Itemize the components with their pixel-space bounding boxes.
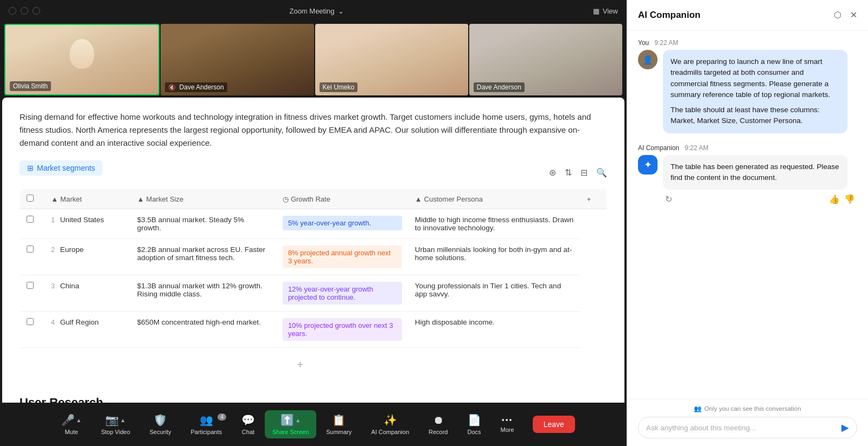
ai-message-bubble: The table has been generated as requeste…	[663, 155, 847, 190]
toolbar-item-participants[interactable]: 👥 4 Participants	[181, 413, 232, 435]
record-label: Record	[429, 429, 448, 435]
view-label: View	[603, 7, 618, 15]
market-table: ▲ Market ▲ Market Size ◷ Growth Ra	[20, 189, 607, 383]
toolbar-item-docs[interactable]: 📄 Docs	[458, 413, 491, 435]
toolbar-item-more[interactable]: ••• More	[491, 416, 524, 433]
table-action-icons: ⊛ ⇅ ⊟ 🔍	[549, 167, 607, 178]
summary-label: Summary	[326, 429, 352, 435]
search-icon[interactable]: 🔍	[596, 167, 607, 178]
participant-name-dave2: Dave Anderson	[474, 82, 525, 92]
thumbs-down-icon[interactable]: 👎	[844, 194, 855, 204]
participant-name-olivia: Olivia Smith	[10, 81, 51, 91]
table-row: 3 China $1.3B annual market with 12% gro…	[20, 275, 607, 312]
toolbar-item-chat[interactable]: 💬 Chat	[232, 413, 265, 435]
leave-button[interactable]: Leave	[533, 416, 575, 433]
row-checkbox[interactable]	[27, 282, 34, 289]
table-icon: ⊞	[27, 164, 34, 172]
popout-icon[interactable]: ⬡	[834, 10, 841, 20]
share-screen-icon: ⬆️	[280, 413, 294, 426]
view-button[interactable]: ▦ View	[593, 7, 618, 15]
mute-caret[interactable]: ▲	[76, 417, 81, 423]
video-tile-olivia[interactable]: Olivia Smith	[4, 24, 159, 95]
title-chevron-icon[interactable]: ⌄	[338, 7, 344, 15]
row-checkbox[interactable]	[27, 318, 34, 325]
columns-icon[interactable]: ⊟	[580, 167, 588, 178]
video-caret[interactable]: ▲	[120, 417, 125, 423]
close-icon[interactable]: ✕	[850, 10, 857, 20]
row-checkbox-cell	[20, 275, 45, 312]
market-cell: 2 Europe	[44, 239, 130, 275]
ai-send-button[interactable]: ▶	[841, 422, 849, 434]
user-avatar: 👤	[638, 50, 658, 69]
message-row-user: 👤 We are preparing to launch a new line …	[638, 50, 857, 133]
filter-icon[interactable]: ⊛	[549, 167, 556, 178]
window-maximize-dot[interactable]	[33, 7, 40, 15]
ai-panel-footer: 👥 Only you can see this conversation ▶	[627, 399, 868, 446]
table-row: 1 United States $3.5B annual market. Ste…	[20, 209, 607, 239]
video-strip: Olivia Smith 🔇 Dave Anderson Kei Umeko D…	[0, 22, 627, 98]
add-row[interactable]: +	[20, 348, 607, 383]
market-cell: 3 China	[44, 275, 130, 312]
video-icon: 📷	[105, 413, 119, 426]
docs-icon: 📄	[468, 413, 481, 426]
market-segments-label: Market segments	[37, 164, 95, 172]
market-cell: 1 United States	[44, 209, 130, 239]
persona-cell: Young professionals in Tier 1 cities. Te…	[409, 275, 580, 312]
table-header-persona: ▲ Customer Persona	[409, 189, 580, 209]
toolbar-item-stop-video[interactable]: 📷 ▲ Stop Video	[91, 413, 140, 435]
table-header-add[interactable]: +	[580, 189, 607, 209]
ai-input-row: ▶	[638, 417, 857, 438]
growth-cell: 5% year-over-year growth.	[276, 209, 409, 239]
message-meta-user: You 9:22 AM	[638, 39, 857, 47]
ai-chat-input[interactable]	[646, 424, 837, 432]
toolbar-item-record[interactable]: ⏺ Record	[419, 414, 457, 435]
window-minimize-dot[interactable]	[21, 7, 28, 15]
toolbar-item-share-screen[interactable]: ⬆️ ▲ Share Screen	[265, 410, 316, 438]
ai-panel-header: AI Companion ⬡ ✕	[627, 0, 868, 30]
ai-avatar: ✦	[638, 155, 658, 174]
row-checkbox[interactable]	[27, 216, 34, 223]
participant-name-kei: Kei Umeko	[320, 82, 358, 92]
sort-arrow-icon-2: ▲	[137, 195, 144, 203]
description-paragraph: Rising demand for effective home workout…	[20, 111, 607, 150]
thumbs-up-icon[interactable]: 👍	[829, 194, 840, 204]
select-all-checkbox[interactable]	[27, 195, 34, 202]
window-controls	[9, 7, 40, 15]
size-cell: $2.2B annual market across EU. Faster ad…	[131, 239, 276, 275]
more-label: More	[501, 426, 514, 433]
ai-messages-area: You 9:22 AM 👤 We are preparing to launch…	[627, 30, 868, 399]
video-tile-dave2[interactable]: Dave Anderson	[469, 24, 622, 95]
more-icon: •••	[502, 416, 513, 424]
toolbar-item-summary[interactable]: 📋 Summary	[316, 413, 361, 435]
title-bar: Zoom Meeting ⌄ ▦ View	[0, 0, 627, 22]
row-checkbox-cell	[20, 239, 45, 275]
thumbs-actions: 👍 👎	[829, 194, 855, 204]
privacy-note: 👥 Only you can see this conversation	[638, 405, 857, 412]
chat-label: Chat	[242, 429, 254, 435]
table-header-growth: ◷ Growth Rate	[276, 189, 409, 209]
row-checkbox[interactable]	[27, 245, 34, 253]
add-row-button[interactable]: +	[27, 354, 574, 376]
ai-companion-label: AI Companion	[371, 429, 409, 435]
participants-label: Participants	[191, 429, 222, 435]
market-segments-button[interactable]: ⊞ Market segments	[20, 160, 103, 176]
window-close-dot[interactable]	[9, 7, 16, 15]
section-title-user-research: User Research	[20, 396, 607, 403]
table-row: 2 Europe $2.2B annual market across EU. …	[20, 239, 607, 275]
video-tile-dave1[interactable]: 🔇 Dave Anderson	[161, 24, 314, 95]
bottom-toolbar: 🎤 ▲ Mute 📷 ▲ Stop Video 🛡️ Security 👥 4 …	[0, 403, 627, 446]
toolbar-item-ai-companion[interactable]: ✨ AI Companion	[361, 413, 419, 435]
message-row-ai: ✦ The table has been generated as reques…	[638, 155, 857, 205]
sort-icon[interactable]: ⇅	[565, 167, 572, 178]
toolbar-item-security[interactable]: 🛡️ Security	[140, 413, 181, 435]
chat-icon: 💬	[241, 413, 255, 426]
participants-badge: 4	[218, 413, 226, 421]
refresh-icon[interactable]: ↻	[665, 194, 672, 204]
growth-cell: 8% projected annual growth next 3 years.	[276, 239, 409, 275]
table-header-market: ▲ Market	[44, 189, 130, 209]
ai-companion-icon: ✨	[384, 413, 397, 426]
toolbar-item-mute[interactable]: 🎤 ▲ Mute	[52, 413, 91, 435]
video-tile-kei[interactable]: Kei Umeko	[315, 24, 468, 95]
meeting-title: Zoom Meeting ⌄	[289, 7, 343, 15]
share-caret[interactable]: ▲	[295, 417, 301, 423]
